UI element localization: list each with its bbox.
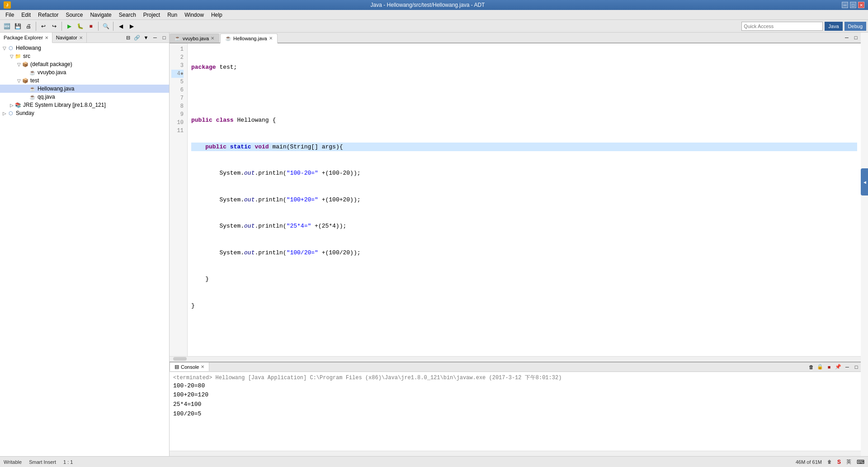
tab-hellowang-label: Hellowang.java bbox=[233, 36, 267, 41]
quick-access: Java Debug bbox=[741, 22, 866, 31]
tab-hellowang[interactable]: ☕ Hellowang.java ✕ bbox=[220, 33, 278, 43]
close-package-explorer-icon[interactable]: ✕ bbox=[45, 35, 48, 40]
output-line-2: 100+20=120 bbox=[173, 391, 857, 400]
close-vvuybo-tab[interactable]: ✕ bbox=[211, 36, 214, 41]
link-with-editor-button[interactable]: 🔗 bbox=[133, 33, 141, 42]
console-output: <terminated> Hellowang [Java Application… bbox=[170, 372, 861, 451]
window-title: Java - Hellowang/src/test/Hellowang.java… bbox=[14, 2, 842, 8]
toggle-default-package[interactable]: ▽ bbox=[16, 62, 22, 67]
default-package-icon: 📦 bbox=[22, 61, 29, 68]
code-editor[interactable]: 1 2 3 4● 5 6 7 8 9 10 11 package test; p… bbox=[170, 43, 861, 356]
tree-item-sunday[interactable]: ▷ ⬡ Sunday bbox=[0, 109, 169, 117]
line-numbers: 1 2 3 4● 5 6 7 8 9 10 11 bbox=[170, 43, 188, 356]
collapse-all-button[interactable]: ⊟ bbox=[124, 33, 132, 42]
console-max-button[interactable]: □ bbox=[852, 363, 860, 371]
close-navigator-icon[interactable]: ✕ bbox=[79, 35, 83, 40]
forward-button[interactable]: ▶ bbox=[127, 21, 137, 31]
package-explorer-tree: ▽ ⬡ Hellowang ▽ 📁 src ▽ 📦 (default packa… bbox=[0, 43, 169, 456]
undo-button[interactable]: ↩ bbox=[38, 21, 48, 31]
status-position: 1 : 1 bbox=[63, 459, 73, 465]
save-button[interactable]: 💾 bbox=[13, 21, 23, 31]
menu-window[interactable]: Window bbox=[181, 11, 208, 19]
toolbar-separator-4 bbox=[113, 22, 113, 31]
menu-edit[interactable]: Edit bbox=[18, 11, 34, 19]
console-stop-button[interactable]: ■ bbox=[825, 363, 833, 371]
tree-item-hellowang-java[interactable]: ▷ ☕ Hellowang.java bbox=[0, 85, 169, 93]
sidebar-min-button[interactable]: ─ bbox=[151, 33, 159, 42]
minimize-button[interactable]: ─ bbox=[842, 2, 848, 8]
tab-navigator[interactable]: Navigator ✕ bbox=[52, 33, 87, 43]
console-clear-button[interactable]: 🗑 bbox=[807, 363, 815, 371]
tree-item-qq[interactable]: ▷ ☕ qq.java bbox=[0, 93, 169, 101]
status-right: 46M of 61M 🗑 S 英 ⌨ bbox=[796, 458, 864, 465]
redo-button[interactable]: ↪ bbox=[49, 21, 59, 31]
tree-item-src[interactable]: ▽ 📁 src bbox=[0, 52, 169, 60]
menu-help[interactable]: Help bbox=[208, 11, 226, 19]
toggle-hellowang[interactable]: ▽ bbox=[2, 45, 7, 51]
new-button[interactable]: 🆕 bbox=[2, 21, 12, 31]
code-content[interactable]: package test; public class Hellowang { p… bbox=[188, 43, 861, 356]
debug-perspective-button[interactable]: Debug bbox=[844, 22, 866, 31]
tab-vvuybo[interactable]: ☕ vvuybo.java ✕ bbox=[170, 33, 219, 43]
close-console-tab[interactable]: ✕ bbox=[201, 364, 204, 369]
maximize-button[interactable]: □ bbox=[850, 2, 856, 8]
tree-item-jre[interactable]: ▷ 📚 JRE System Library [jre1.8.0_121] bbox=[0, 101, 169, 109]
menu-navigate[interactable]: Navigate bbox=[86, 11, 115, 19]
tab-package-explorer[interactable]: Package Explorer ✕ bbox=[0, 33, 52, 43]
toolbar: 🆕 💾 🖨 ↩ ↪ ▶ 🐛 ■ 🔍 ◀ ▶ Java Debug bbox=[0, 20, 868, 33]
garbage-collect-button[interactable]: 🗑 bbox=[827, 459, 832, 464]
status-bar: Writable Smart Insert 1 : 1 46M of 61M 🗑… bbox=[0, 456, 868, 467]
status-memory: 46M of 61M bbox=[796, 459, 822, 465]
lang-indicator: 英 bbox=[846, 458, 851, 465]
input-icons: ⌨ bbox=[857, 459, 864, 465]
tree-item-test[interactable]: ▽ 📦 test bbox=[0, 76, 169, 85]
menu-source[interactable]: Source bbox=[62, 11, 86, 19]
toggle-jre[interactable]: ▷ bbox=[9, 102, 14, 108]
toggle-src[interactable]: ▽ bbox=[9, 53, 14, 59]
quick-access-input[interactable] bbox=[741, 22, 823, 31]
tab-console[interactable]: ▤ Console ✕ bbox=[170, 362, 209, 371]
tree-label-test: test bbox=[30, 77, 39, 84]
code-line-11 bbox=[191, 328, 857, 337]
stop-button[interactable]: ■ bbox=[86, 21, 96, 31]
debug-button[interactable]: 🐛 bbox=[75, 21, 85, 31]
print-button[interactable]: 🖨 bbox=[24, 21, 33, 31]
console-min-button[interactable]: ─ bbox=[843, 363, 851, 371]
sidebar-max-button[interactable]: □ bbox=[160, 33, 168, 42]
toggle-test[interactable]: ▽ bbox=[16, 78, 22, 83]
close-button[interactable]: ✕ bbox=[858, 2, 864, 8]
close-hellowang-tab[interactable]: ✕ bbox=[269, 36, 273, 41]
menu-search[interactable]: Search bbox=[115, 11, 140, 19]
src-folder-icon: 📁 bbox=[14, 52, 22, 60]
sunday-project-icon: ⬡ bbox=[7, 110, 14, 117]
tab-hellowang-icon: ☕ bbox=[225, 35, 231, 41]
right-panel-toggle[interactable]: ◀ bbox=[861, 168, 868, 195]
editor-hscrollbar[interactable] bbox=[170, 356, 861, 362]
editor-console-area: ☕ vvuybo.java ✕ ☕ Hellowang.java ✕ ─ □ bbox=[170, 33, 861, 456]
run-button[interactable]: ▶ bbox=[64, 21, 74, 31]
code-line-5: System.out.println("100-20=" +(100-20)); bbox=[191, 169, 857, 178]
editor-min-button[interactable]: ─ bbox=[843, 33, 851, 42]
menu-project[interactable]: Project bbox=[140, 11, 164, 19]
java-perspective-button[interactable]: Java bbox=[825, 22, 842, 31]
menu-file[interactable]: File bbox=[2, 11, 18, 19]
search-button[interactable]: 🔍 bbox=[101, 21, 111, 31]
console-pin-button[interactable]: 📌 bbox=[834, 363, 842, 371]
console-scroll-lock-button[interactable]: 🔒 bbox=[816, 363, 824, 371]
console-hscrollbar[interactable] bbox=[170, 451, 861, 456]
console-area: ▤ Console ✕ 🗑 🔒 ■ 📌 ─ □ <terminated> Hel… bbox=[170, 362, 861, 457]
status-insert-mode: Smart Insert bbox=[29, 459, 56, 465]
back-button[interactable]: ◀ bbox=[116, 21, 126, 31]
sidebar-menu-button[interactable]: ▼ bbox=[142, 33, 150, 42]
tree-item-default-package[interactable]: ▽ 📦 (default package) bbox=[0, 60, 169, 68]
tree-label-jre: JRE System Library [jre1.8.0_121] bbox=[23, 102, 106, 108]
main-layout: Package Explorer ✕ Navigator ✕ ⊟ 🔗 ▼ ─ □… bbox=[0, 33, 868, 456]
menu-refactor[interactable]: Refactor bbox=[34, 11, 62, 19]
console-tabs: ▤ Console ✕ 🗑 🔒 ■ 📌 ─ □ bbox=[170, 362, 861, 372]
tree-item-vvuybo[interactable]: ▷ ☕ vvuybo.java bbox=[0, 68, 169, 76]
tree-item-hellowang[interactable]: ▽ ⬡ Hellowang bbox=[0, 44, 169, 52]
menu-run[interactable]: Run bbox=[164, 11, 181, 19]
editor-max-button[interactable]: □ bbox=[852, 33, 860, 42]
toggle-sunday[interactable]: ▷ bbox=[2, 110, 7, 116]
vvuybo-java-icon: ☕ bbox=[29, 69, 36, 76]
